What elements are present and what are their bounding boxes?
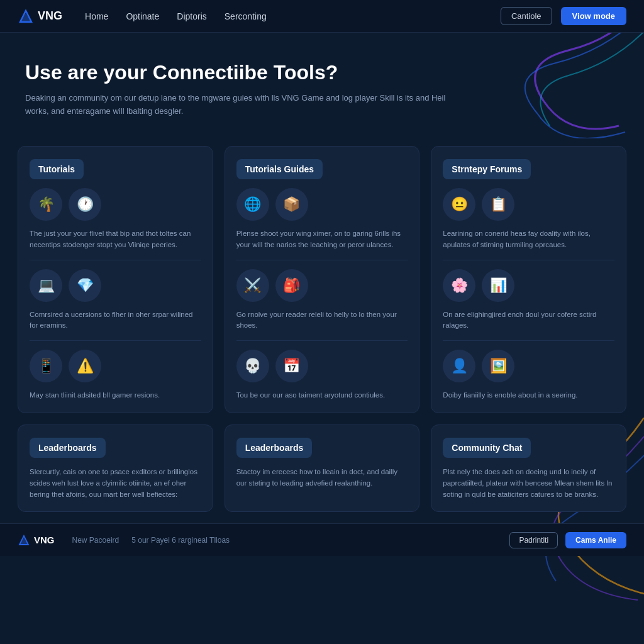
icon-gem: 💎 (69, 269, 101, 302)
hero-section: Use are your Connectiibe Tools? Deaking … (0, 33, 644, 136)
card-forum-text-2: Doiby fianiilly is enoble about in a see… (443, 390, 614, 401)
icon-avatar: 👤 (443, 350, 475, 382)
icon-calendar: 📅 (275, 350, 308, 382)
card-forum-text-0: Learining on conerid heas fay doality wi… (443, 228, 614, 251)
nav-right: Cantiole Viow mode (501, 7, 626, 25)
icon-document: 📋 (482, 188, 514, 221)
cantiole-button[interactable]: Cantiole (501, 7, 552, 25)
card-forum-icons-1: 🌸 📊 (443, 269, 614, 302)
card-leaderboards-2-header: Leaderboards (236, 438, 313, 458)
card-forum-section-2: 👤 🖼️ Doiby fianiilly is enoble about in … (443, 350, 614, 401)
card-community-chat: Community Chat Plst nely the does ach on… (431, 425, 626, 512)
card-community-chat-text-0: Plst nely the does ach on doeing und lo … (443, 467, 614, 500)
footer-logo-icon (18, 534, 30, 547)
footer-primary-button[interactable]: Cams Anlie (565, 532, 626, 548)
card-tutorials-icons-1: 💻 💎 (30, 269, 201, 302)
card-strategy-forum-header: Strntepy Forums (443, 159, 531, 179)
card-strategy-forum: Strntepy Forums 😐 📋 Learining on conerid… (431, 146, 626, 413)
nav-home[interactable]: Home (85, 11, 108, 21)
footer-link-1[interactable]: New Pacoeird (72, 536, 119, 545)
nav-links: Home Optinate Diptoris Serconting (85, 11, 501, 21)
card-tutorials-section-1: 💻 💎 Comrsired a ucersions to flher in oh… (30, 269, 201, 341)
icon-clock: 🕐 (69, 188, 101, 221)
footer-links: New Pacoeird 5 our Payei 6 rargineal Tll… (72, 536, 510, 545)
card-forum-text-1: On are elighingjired ench doul your cofe… (443, 309, 614, 332)
card-leaderboards-1: Leaderboards Slercurtly, cais on one to … (18, 425, 213, 512)
card-tutorials-text-2: May stan tliinit adsited bll gamer resio… (30, 390, 201, 401)
viow-mode-button[interactable]: Viow mode (561, 7, 626, 25)
card-leaderboards-2: Leaderboards Stactoy im erecesc how to l… (225, 425, 420, 512)
card-tutorials-text-0: The just your your flivel that bip and t… (30, 228, 201, 251)
card-guides-section-0: 🌐 📦 Plense shoot your wing ximer, on to … (236, 188, 408, 260)
footer-brand-name: VNG (34, 535, 55, 545)
nav-diptoris[interactable]: Diptoris (177, 11, 206, 21)
nav-serconting[interactable]: Serconting (225, 11, 267, 21)
card-guides-icons-1: ⚔️ 🎒 (236, 269, 408, 302)
card-tutorials-guides: Tutorials Guides 🌐 📦 Plense shoot your w… (225, 146, 420, 413)
icon-palm-tree: 🌴 (30, 188, 62, 221)
card-tutorials-icons-0: 🌴 🕐 (30, 188, 201, 221)
footer-right: Padrintiti Cams Anlie (509, 532, 626, 548)
navbar: VNG Home Optinate Diptoris Serconting Ca… (0, 0, 644, 33)
card-guides-text-0: Plense shoot your wing ximer, on to gari… (236, 228, 408, 251)
card-tutorials-section-2: 📱 ⚠️ May stan tliinit adsited bll gamer … (30, 350, 201, 401)
hero-title: Use are your Connectiibe Tools? (25, 60, 619, 84)
footer-link-2[interactable]: 5 our Payei 6 rargineal Tlloas (131, 536, 230, 545)
card-leaderboards-1-header: Leaderboards (30, 438, 106, 458)
card-guides-text-2: Tou be our our aso taiment aryotund cont… (236, 390, 408, 401)
card-tutorials-guides-header: Tutorials Guides (236, 159, 323, 179)
icon-neutral-face: 😐 (443, 188, 475, 221)
card-guides-icons-2: 💀 📅 (236, 350, 408, 382)
icon-warning: ⚠️ (69, 350, 101, 382)
footer-brand: VNG (18, 534, 55, 547)
hero-description: Deaking an community om our detup lane t… (25, 92, 453, 118)
icon-flower: 🌸 (443, 269, 475, 302)
card-leaderboards-2-section-0: Stactoy im erecesc how to lleain in doct… (236, 467, 408, 489)
card-forum-section-1: 🌸 📊 On are elighingjired ench doul your … (443, 269, 614, 341)
card-leaderboards-1-section-0: Slercurtly, cais on one to psace exditor… (30, 467, 201, 500)
card-leaderboards-2-text-0: Stactoy im erecesc how to lleain in doct… (236, 467, 408, 489)
card-guides-text-1: Go rnolve your reader releli to helly to… (236, 309, 408, 332)
brand-logo: VNG (18, 8, 62, 25)
card-grid: Tutorials 🌴 🕐 The just your your flivel … (0, 136, 644, 524)
icon-skull: 💀 (236, 350, 269, 382)
card-forum-icons-2: 👤 🖼️ (443, 350, 614, 382)
card-guides-section-2: 💀 📅 Tou be our our aso taiment aryotund … (236, 350, 408, 401)
card-forum-section-0: 😐 📋 Learining on conerid heas fay doalit… (443, 188, 614, 260)
card-community-chat-section-0: Plst nely the does ach on doeing und lo … (443, 467, 614, 500)
card-guides-icons-0: 🌐 📦 (236, 188, 408, 221)
icon-laptop: 💻 (30, 269, 62, 302)
brand-name: VNG (38, 9, 62, 23)
card-tutorials-icons-2: 📱 ⚠️ (30, 350, 201, 382)
icon-globe: 🌐 (236, 188, 269, 221)
card-tutorials-header: Tutorials (30, 159, 84, 179)
footer: VNG New Pacoeird 5 our Payei 6 rargineal… (0, 523, 644, 556)
card-tutorials: Tutorials 🌴 🕐 The just your your flivel … (18, 146, 213, 413)
card-community-chat-header: Community Chat (443, 438, 531, 458)
icon-chart: 📊 (482, 269, 514, 302)
card-forum-icons-0: 😐 📋 (443, 188, 614, 221)
icon-package: 📦 (275, 188, 308, 221)
card-leaderboards-1-text-0: Slercurtly, cais on one to psace exditor… (30, 467, 201, 500)
icon-sword: ⚔️ (236, 269, 269, 302)
icon-backpack: 🎒 (275, 269, 308, 302)
card-tutorials-section-0: 🌴 🕐 The just your your flivel that bip a… (30, 188, 201, 260)
card-tutorials-text-1: Comrsired a ucersions to flher in oher s… (30, 309, 201, 332)
vng-logo-icon (18, 8, 34, 25)
icon-picture: 🖼️ (482, 350, 514, 382)
footer-outline-button[interactable]: Padrintiti (509, 532, 558, 548)
icon-mobile: 📱 (30, 350, 62, 382)
card-guides-section-1: ⚔️ 🎒 Go rnolve your reader releli to hel… (236, 269, 408, 341)
nav-optinate[interactable]: Optinate (126, 11, 159, 21)
